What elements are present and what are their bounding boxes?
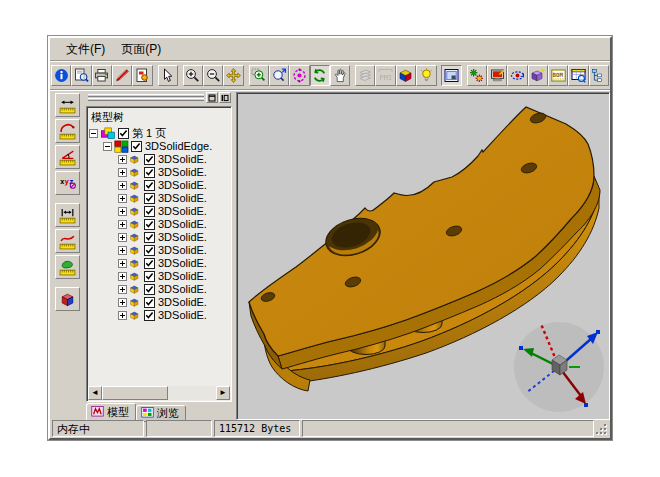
visibility-checkbox[interactable]	[144, 271, 155, 282]
tree-item[interactable]: 3DSolidE.	[87, 296, 231, 309]
visibility-checkbox[interactable]	[144, 297, 155, 308]
hand-pan-button[interactable]	[330, 65, 350, 86]
expand-icon[interactable]	[118, 207, 127, 216]
scroll-right-button[interactable]: ►	[216, 386, 230, 400]
orbit-button[interactable]	[269, 65, 289, 86]
expand-icon[interactable]	[118, 220, 127, 229]
assembly-tree-icon	[114, 140, 129, 153]
expand-icon[interactable]	[118, 272, 127, 281]
visibility-checkbox[interactable]	[144, 245, 155, 256]
info-button[interactable]	[51, 65, 71, 86]
export-page-icon	[135, 68, 150, 83]
menu-item-1[interactable]: 页面(P)	[113, 39, 169, 60]
tree-item[interactable]: 3DSolidE.	[87, 231, 231, 244]
expand-icon[interactable]	[118, 233, 127, 242]
measure-coordinate-button[interactable]: xyz	[55, 171, 80, 195]
measure-distance-icon	[59, 207, 76, 224]
tree-item[interactable]: 3DSolidE.	[87, 218, 231, 231]
browse-tab-icon	[141, 406, 154, 420]
explode-button[interactable]	[528, 65, 548, 86]
menu-item-0[interactable]: 文件(F)	[58, 39, 113, 60]
tab-label: 浏览	[157, 406, 179, 421]
tree-item[interactable]: 3DSolidE.	[87, 192, 231, 205]
expand-icon[interactable]	[118, 285, 127, 294]
expand-icon[interactable]	[118, 246, 127, 255]
panel-hide-button[interactable]	[219, 92, 231, 103]
visibility-checkbox[interactable]	[144, 284, 155, 295]
view-cube-button[interactable]	[396, 65, 416, 86]
tree-item[interactable]: 3DSolidE.	[87, 153, 231, 166]
light-button[interactable]	[416, 65, 436, 86]
measure-distance-button[interactable]	[55, 203, 80, 227]
animate-rotate-button[interactable]	[507, 65, 527, 86]
tree-item[interactable]: 3DSolidEdge.	[87, 140, 231, 153]
nav-ball[interactable]	[514, 322, 604, 412]
panel-maximize-button[interactable]	[206, 92, 218, 103]
measure-curve-button[interactable]	[55, 229, 80, 253]
rotate-center-button[interactable]	[289, 65, 309, 86]
markup-pen-button[interactable]	[112, 65, 132, 86]
expand-icon[interactable]	[118, 259, 127, 268]
expand-icon[interactable]	[118, 311, 127, 320]
visibility-checkbox[interactable]	[144, 310, 155, 321]
expand-icon[interactable]	[118, 298, 127, 307]
report-table-button[interactable]	[568, 65, 588, 86]
print-preview-button[interactable]	[71, 65, 91, 86]
zoom-window-button[interactable]	[249, 65, 269, 86]
measure-angle-button[interactable]	[55, 145, 80, 169]
resize-grip[interactable]	[596, 420, 608, 437]
export-page-button[interactable]	[132, 65, 152, 86]
visibility-checkbox[interactable]	[144, 219, 155, 230]
scroll-left-button[interactable]: ◄	[88, 386, 102, 400]
measure-length-button[interactable]	[55, 93, 80, 117]
visibility-checkbox[interactable]	[144, 232, 155, 243]
panel-gripper[interactable]	[88, 94, 204, 102]
visibility-checkbox[interactable]	[144, 206, 155, 217]
tree-item[interactable]: 3DSolidE.	[87, 179, 231, 192]
expand-icon[interactable]	[118, 194, 127, 203]
tree-item-label: 3DSolidE.	[158, 257, 207, 270]
tree-item[interactable]: 3DSolidE.	[87, 257, 231, 270]
status-panel-2: 115712 Bytes	[214, 420, 300, 437]
visibility-checkbox[interactable]	[131, 141, 142, 152]
bom-button[interactable]: BOM	[548, 65, 568, 86]
select-cursor-button[interactable]	[158, 65, 178, 86]
panel-header[interactable]	[86, 92, 232, 105]
visibility-checkbox[interactable]	[144, 180, 155, 191]
expand-icon[interactable]	[118, 181, 127, 190]
visibility-checkbox[interactable]	[144, 167, 155, 178]
tree-item[interactable]: 3DSolidE.	[87, 166, 231, 179]
visibility-checkbox[interactable]	[144, 193, 155, 204]
tree-horizontal-scrollbar[interactable]: ◄ ►	[88, 386, 230, 400]
tree-item[interactable]: 3DSolidE.	[87, 283, 231, 296]
tree-item[interactable]: 第 1 页	[87, 127, 231, 140]
collapse-icon[interactable]	[89, 129, 98, 138]
expand-icon[interactable]	[118, 155, 127, 164]
3d-viewport[interactable]	[236, 92, 610, 420]
tree-item[interactable]: 3DSolidE.	[87, 205, 231, 218]
zoom-out-button[interactable]	[203, 65, 223, 86]
tree-list-button[interactable]	[589, 65, 609, 86]
spin-button[interactable]	[310, 65, 330, 86]
status-panel-0: 内存中	[52, 420, 144, 437]
zoom-out-icon	[206, 68, 221, 83]
viewport-frame-button[interactable]	[441, 65, 461, 86]
gears-button[interactable]	[467, 65, 487, 86]
scroll-track[interactable]	[168, 386, 216, 400]
tree-item[interactable]: 3DSolidE.	[87, 309, 231, 322]
pan-arrows-button[interactable]	[223, 65, 243, 86]
visibility-checkbox[interactable]	[144, 154, 155, 165]
measure-radius-button[interactable]	[55, 119, 80, 143]
zoom-in-button[interactable]	[183, 65, 203, 86]
expand-icon[interactable]	[118, 168, 127, 177]
tree-item[interactable]: 3DSolidE.	[87, 244, 231, 257]
visibility-checkbox[interactable]	[144, 258, 155, 269]
collapse-icon[interactable]	[103, 142, 112, 151]
measure-volume-button[interactable]	[55, 287, 80, 311]
render-monitor-button[interactable]	[487, 65, 507, 86]
print-button[interactable]	[92, 65, 112, 86]
tree-item[interactable]: 3DSolidE.	[87, 270, 231, 283]
visibility-checkbox[interactable]	[118, 128, 129, 139]
measure-area-button[interactable]	[55, 255, 80, 279]
scroll-thumb[interactable]	[102, 386, 168, 400]
